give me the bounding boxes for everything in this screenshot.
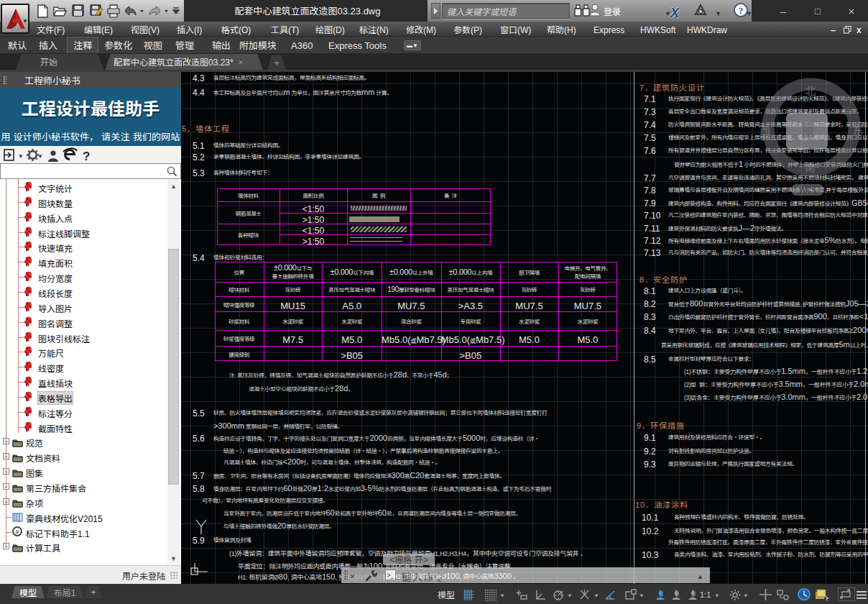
svg-text:?: ? — [739, 5, 744, 16]
